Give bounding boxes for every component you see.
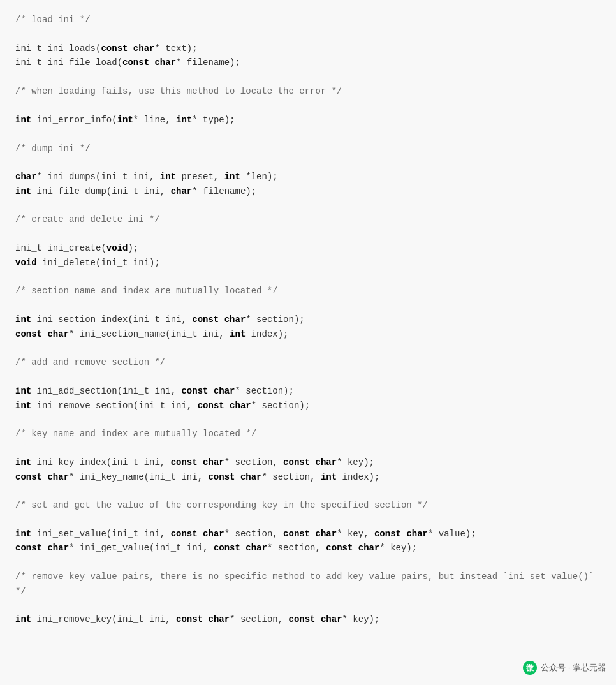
keyword: char (316, 529, 337, 539)
code-line: int ini_section_index(ini_t ini, const c… (15, 313, 601, 327)
code-text: * line, (133, 115, 176, 125)
code-text: ini_key_index(ini_t ini, (31, 457, 170, 468)
keyword: void (15, 258, 37, 268)
keyword: void (106, 243, 128, 253)
keyword: char (133, 43, 155, 54)
code-text: * section, (224, 457, 283, 468)
code-line: int ini_set_value(ini_t ini, const char*… (15, 527, 601, 541)
code-text: * type); (192, 115, 235, 125)
watermark-text: 公众号 · 掌芯元器 (541, 662, 606, 674)
code-line: const char* ini_section_name(ini_t ini, … (15, 327, 601, 341)
code-text: ini_set_value(ini_t ini, (31, 529, 170, 539)
keyword: const (176, 614, 203, 624)
comment-line: /* add and remove section */ (15, 355, 601, 369)
keyword: char (230, 401, 251, 411)
code-text: * section); (251, 401, 310, 411)
keyword: char (47, 329, 69, 339)
comment-line: /* load ini */ (15, 13, 601, 27)
code-text: * section, (262, 472, 321, 482)
keyword: const (101, 43, 128, 54)
code-text: * ini_section_name(ini_t ini, (69, 329, 230, 339)
empty-line (15, 556, 601, 570)
code-text: preset, (176, 172, 224, 182)
code-line: void ini_delete(ini_t ini); (15, 256, 601, 270)
keyword: char (406, 529, 428, 539)
code-text (310, 457, 315, 468)
empty-line (15, 270, 601, 284)
code-line: const char* ini_get_value(ini_t ini, con… (15, 541, 601, 555)
keyword: char (203, 529, 224, 539)
keyword: char (47, 472, 69, 482)
code-text: * key); (337, 457, 374, 468)
code-text: * ini_dumps(ini_t ini, (37, 172, 160, 182)
code-line: int ini_remove_section(ini_t ini, const … (15, 399, 601, 413)
keyword: int (15, 186, 31, 196)
keyword: int (230, 329, 246, 339)
keyword: const (122, 57, 149, 68)
keyword: const (214, 543, 240, 553)
code-container: /* load ini */ ini_t ini_loads(const cha… (0, 0, 616, 640)
code-line: int ini_add_section(ini_t ini, const cha… (15, 384, 601, 398)
code-text: index); (337, 472, 379, 482)
comment-line: /* dump ini */ (15, 142, 601, 156)
watermark-icon: 微 (523, 661, 537, 675)
code-text (128, 43, 133, 54)
keyword: char (203, 457, 224, 468)
comment-line: /* when loading fails, use this method t… (15, 84, 601, 98)
empty-line (15, 441, 601, 455)
code-line: char* ini_dumps(ini_t ini, int preset, i… (15, 170, 601, 184)
comment-line: /* set and get the value of the correspo… (15, 498, 601, 512)
keyword: const (171, 529, 198, 539)
code-text (224, 401, 230, 411)
code-text: * key); (379, 543, 417, 553)
code-text: ini_remove_key(ini_t ini, (31, 614, 176, 624)
empty-line (15, 484, 601, 498)
code-text (198, 529, 203, 539)
keyword: char (214, 386, 235, 396)
code-text (198, 457, 203, 468)
keyword: const (192, 314, 219, 325)
code-text: ini_t ini_create( (15, 243, 106, 253)
empty-line (15, 27, 601, 41)
keyword: int (15, 115, 31, 125)
code-text: ini_add_section(ini_t ini, (31, 386, 181, 396)
code-text: ini_file_dump(ini_t ini, (31, 186, 170, 196)
code-text (219, 314, 224, 325)
code-text: * value); (428, 529, 476, 539)
code-text: ini_section_index(ini_t ini, (31, 314, 192, 325)
code-text: * section); (246, 314, 304, 325)
comment-line: /* section name and index are mutually l… (15, 284, 601, 298)
keyword: const (326, 543, 353, 553)
empty-line (15, 156, 601, 170)
keyword: int (224, 172, 240, 182)
keyword: int (15, 314, 31, 325)
keyword: int (15, 457, 31, 468)
keyword: const (283, 529, 310, 539)
keyword: int (321, 472, 337, 482)
code-text: * key); (342, 614, 380, 624)
code-text: ini_remove_section(ini_t ini, (31, 401, 197, 411)
empty-line (15, 298, 601, 313)
keyword: int (15, 386, 31, 396)
code-text: ini_error_info( (31, 115, 117, 125)
code-line: int ini_remove_key(ini_t ini, const char… (15, 612, 601, 626)
code-line: ini_t ini_file_load(const char* filename… (15, 55, 601, 70)
code-text: ini_t ini_loads( (15, 43, 101, 54)
empty-line (15, 370, 601, 384)
code-text (235, 472, 240, 482)
code-text: * key, (337, 529, 374, 539)
keyword: char (171, 186, 193, 196)
code-text: index); (246, 329, 288, 339)
empty-line (15, 413, 601, 427)
code-text: * filename); (192, 186, 256, 196)
keyword: int (160, 172, 176, 182)
keyword: char (47, 543, 69, 553)
code-text: ini_t ini_file_load( (15, 57, 122, 68)
code-text: ini_delete(ini_t ini); (37, 258, 160, 268)
keyword: char (316, 457, 337, 468)
code-text (353, 543, 358, 553)
comment-line: /* remove key value pairs, there is no s… (15, 570, 601, 598)
keyword: char (321, 614, 342, 624)
keyword: const (15, 472, 42, 482)
code-text (310, 529, 315, 539)
